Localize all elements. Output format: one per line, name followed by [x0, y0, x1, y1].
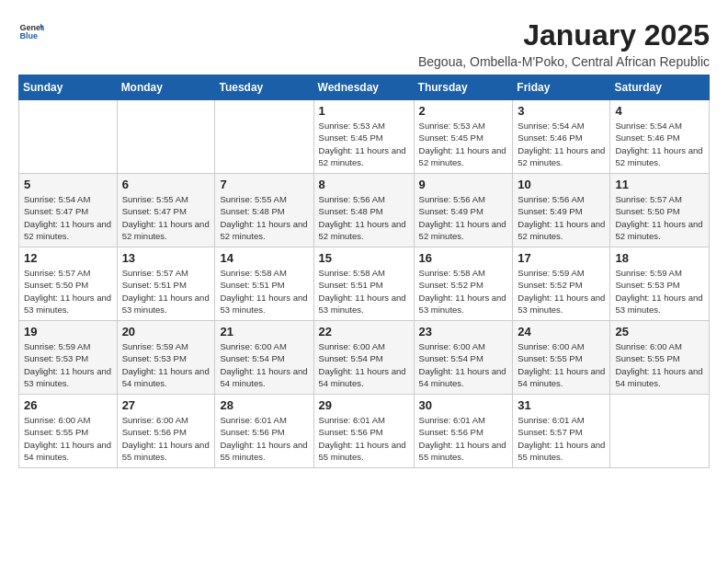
- logo-icon: General Blue: [18, 18, 44, 44]
- day-number: 25: [615, 325, 704, 339]
- title-area: January 2025 Begoua, Ombella-M'Poko, Cen…: [418, 18, 710, 69]
- day-cell: 17Sunrise: 5:59 AMSunset: 5:52 PMDayligh…: [513, 247, 610, 321]
- week-row-1: 5Sunrise: 5:54 AMSunset: 5:47 PMDaylight…: [19, 174, 710, 247]
- day-number: 23: [419, 325, 508, 339]
- day-number: 28: [220, 398, 308, 412]
- day-number: 7: [220, 178, 308, 191]
- day-cell: 15Sunrise: 5:58 AMSunset: 5:51 PMDayligh…: [313, 247, 414, 321]
- day-cell: 10Sunrise: 5:56 AMSunset: 5:49 PMDayligh…: [513, 174, 610, 247]
- day-number: 2: [419, 104, 508, 118]
- day-cell: 29Sunrise: 6:01 AMSunset: 5:56 PMDayligh…: [313, 395, 414, 468]
- day-info: Sunrise: 6:00 AMSunset: 5:54 PMDaylight:…: [419, 340, 508, 389]
- day-cell: 19Sunrise: 5:59 AMSunset: 5:53 PMDayligh…: [19, 321, 118, 395]
- header-friday: Friday: [513, 75, 610, 100]
- day-cell: 18Sunrise: 5:59 AMSunset: 5:53 PMDayligh…: [610, 247, 710, 321]
- header-sunday: Sunday: [19, 75, 118, 100]
- day-info: Sunrise: 5:59 AMSunset: 5:52 PMDaylight:…: [518, 267, 605, 316]
- week-row-3: 19Sunrise: 5:59 AMSunset: 5:53 PMDayligh…: [19, 321, 710, 395]
- day-info: Sunrise: 6:01 AMSunset: 5:57 PMDaylight:…: [518, 414, 605, 463]
- day-cell: 28Sunrise: 6:01 AMSunset: 5:56 PMDayligh…: [215, 395, 313, 468]
- header-saturday: Saturday: [610, 75, 710, 100]
- day-cell: 20Sunrise: 5:59 AMSunset: 5:53 PMDayligh…: [117, 321, 215, 395]
- day-info: Sunrise: 5:56 AMSunset: 5:49 PMDaylight:…: [518, 193, 605, 242]
- svg-text:Blue: Blue: [19, 31, 38, 40]
- day-number: 19: [24, 325, 112, 339]
- day-info: Sunrise: 6:00 AMSunset: 5:55 PMDaylight:…: [518, 340, 605, 389]
- day-number: 14: [220, 251, 308, 265]
- day-info: Sunrise: 5:58 AMSunset: 5:51 PMDaylight:…: [319, 267, 409, 316]
- day-cell: [19, 100, 118, 174]
- day-info: Sunrise: 5:53 AMSunset: 5:45 PMDaylight:…: [319, 120, 409, 168]
- day-cell: 16Sunrise: 5:58 AMSunset: 5:52 PMDayligh…: [414, 247, 513, 321]
- day-number: 22: [319, 325, 409, 339]
- day-number: 12: [24, 251, 112, 265]
- week-row-4: 26Sunrise: 6:00 AMSunset: 5:55 PMDayligh…: [19, 395, 710, 468]
- day-number: 13: [122, 251, 210, 265]
- day-number: 8: [319, 178, 409, 191]
- day-number: 3: [518, 104, 605, 118]
- day-info: Sunrise: 6:01 AMSunset: 5:56 PMDaylight:…: [220, 414, 308, 463]
- day-info: Sunrise: 6:00 AMSunset: 5:54 PMDaylight:…: [319, 340, 409, 389]
- day-number: 10: [518, 178, 605, 191]
- day-info: Sunrise: 5:58 AMSunset: 5:51 PMDaylight:…: [220, 267, 308, 316]
- day-number: 31: [518, 398, 605, 412]
- day-number: 21: [220, 325, 308, 339]
- day-info: Sunrise: 6:01 AMSunset: 5:56 PMDaylight:…: [319, 414, 409, 463]
- day-cell: 23Sunrise: 6:00 AMSunset: 5:54 PMDayligh…: [414, 321, 513, 395]
- day-cell: 7Sunrise: 5:55 AMSunset: 5:48 PMDaylight…: [215, 174, 313, 247]
- day-number: 24: [518, 325, 605, 339]
- day-info: Sunrise: 6:00 AMSunset: 5:54 PMDaylight:…: [220, 340, 308, 389]
- header-thursday: Thursday: [414, 75, 513, 100]
- day-cell: [117, 100, 215, 174]
- day-info: Sunrise: 5:58 AMSunset: 5:52 PMDaylight:…: [419, 267, 508, 316]
- day-info: Sunrise: 5:56 AMSunset: 5:48 PMDaylight:…: [319, 193, 409, 242]
- day-cell: 12Sunrise: 5:57 AMSunset: 5:50 PMDayligh…: [19, 247, 118, 321]
- day-cell: 26Sunrise: 6:00 AMSunset: 5:55 PMDayligh…: [19, 395, 118, 468]
- day-info: Sunrise: 6:00 AMSunset: 5:56 PMDaylight:…: [122, 414, 210, 463]
- day-cell: 9Sunrise: 5:56 AMSunset: 5:49 PMDaylight…: [414, 174, 513, 247]
- day-number: 29: [319, 398, 409, 412]
- day-cell: 1Sunrise: 5:53 AMSunset: 5:45 PMDaylight…: [313, 100, 414, 174]
- week-row-2: 12Sunrise: 5:57 AMSunset: 5:50 PMDayligh…: [19, 247, 710, 321]
- day-cell: 21Sunrise: 6:00 AMSunset: 5:54 PMDayligh…: [215, 321, 313, 395]
- day-cell: 30Sunrise: 6:01 AMSunset: 5:56 PMDayligh…: [414, 395, 513, 468]
- day-number: 18: [615, 251, 704, 265]
- day-cell: [610, 395, 710, 468]
- day-info: Sunrise: 5:55 AMSunset: 5:47 PMDaylight:…: [122, 193, 210, 242]
- day-number: 4: [615, 104, 704, 118]
- day-info: Sunrise: 6:00 AMSunset: 5:55 PMDaylight:…: [615, 340, 704, 389]
- day-number: 6: [122, 178, 210, 191]
- day-number: 15: [319, 251, 409, 265]
- main-title: January 2025: [418, 18, 710, 52]
- day-cell: 3Sunrise: 5:54 AMSunset: 5:46 PMDaylight…: [513, 100, 610, 174]
- day-number: 9: [419, 178, 508, 191]
- day-info: Sunrise: 5:54 AMSunset: 5:46 PMDaylight:…: [518, 120, 605, 168]
- calendar-table: Sunday Monday Tuesday Wednesday Thursday…: [18, 75, 710, 468]
- day-cell: 2Sunrise: 5:53 AMSunset: 5:45 PMDaylight…: [414, 100, 513, 174]
- day-info: Sunrise: 5:55 AMSunset: 5:48 PMDaylight:…: [220, 193, 308, 242]
- day-info: Sunrise: 6:00 AMSunset: 5:55 PMDaylight:…: [24, 414, 112, 463]
- day-cell: 24Sunrise: 6:00 AMSunset: 5:55 PMDayligh…: [513, 321, 610, 395]
- day-info: Sunrise: 5:59 AMSunset: 5:53 PMDaylight:…: [615, 267, 704, 316]
- day-info: Sunrise: 5:56 AMSunset: 5:49 PMDaylight:…: [419, 193, 508, 242]
- day-info: Sunrise: 5:57 AMSunset: 5:51 PMDaylight:…: [122, 267, 210, 316]
- subtitle: Begoua, Ombella-M'Poko, Central African …: [418, 54, 710, 69]
- day-info: Sunrise: 5:59 AMSunset: 5:53 PMDaylight:…: [24, 340, 112, 389]
- day-cell: 22Sunrise: 6:00 AMSunset: 5:54 PMDayligh…: [313, 321, 414, 395]
- day-cell: 6Sunrise: 5:55 AMSunset: 5:47 PMDaylight…: [117, 174, 215, 247]
- day-info: Sunrise: 6:01 AMSunset: 5:56 PMDaylight:…: [419, 414, 508, 463]
- day-number: 26: [24, 398, 112, 412]
- day-cell: 8Sunrise: 5:56 AMSunset: 5:48 PMDaylight…: [313, 174, 414, 247]
- day-cell: 5Sunrise: 5:54 AMSunset: 5:47 PMDaylight…: [19, 174, 118, 247]
- day-cell: 4Sunrise: 5:54 AMSunset: 5:46 PMDaylight…: [610, 100, 710, 174]
- logo: General Blue: [18, 18, 44, 44]
- day-cell: 31Sunrise: 6:01 AMSunset: 5:57 PMDayligh…: [513, 395, 610, 468]
- day-number: 20: [122, 325, 210, 339]
- day-info: Sunrise: 5:54 AMSunset: 5:47 PMDaylight:…: [24, 193, 112, 242]
- header-wednesday: Wednesday: [313, 75, 414, 100]
- day-cell: 11Sunrise: 5:57 AMSunset: 5:50 PMDayligh…: [610, 174, 710, 247]
- day-cell: 14Sunrise: 5:58 AMSunset: 5:51 PMDayligh…: [215, 247, 313, 321]
- day-number: 11: [615, 178, 704, 191]
- day-cell: 13Sunrise: 5:57 AMSunset: 5:51 PMDayligh…: [117, 247, 215, 321]
- day-cell: 25Sunrise: 6:00 AMSunset: 5:55 PMDayligh…: [610, 321, 710, 395]
